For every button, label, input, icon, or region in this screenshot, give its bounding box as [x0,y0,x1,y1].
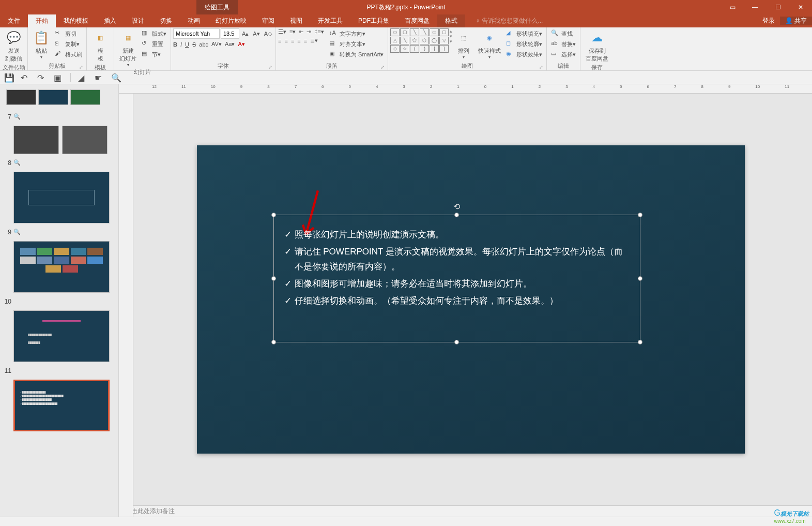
minimize-icon[interactable]: — [744,0,767,14]
distributed-button[interactable]: ≡ [304,38,307,44]
slide-thumbnails-panel[interactable]: 7 🔍 8 🔍 9 🔍 [0,84,119,517]
align-left-button[interactable]: ≡ [278,38,281,44]
justify-button[interactable]: ≡ [297,38,300,44]
thumbnail-slide-11[interactable]: ✓ ████████████████✓ ████████████████████… [0,378,118,433]
resize-handle[interactable] [271,213,276,217]
shape-fill-button[interactable]: ◢形状填充 ▾ [504,28,544,39]
bullet-item[interactable]: 请记住 POWERPOINT 是演示文稿的视觉效果。每张幻灯片上的文字仅作为论点… [284,245,630,275]
tab-insert[interactable]: 插入 [96,14,124,27]
select-button[interactable]: ▭选择 ▾ [549,49,578,59]
tell-me-box[interactable]: ♀ 告诉我您想要做什么... [476,17,757,25]
template-button[interactable]: ◧ 模 板 [89,28,112,64]
resize-handle[interactable] [454,213,459,217]
bullet-item[interactable]: 照每张幻灯片上的说明创建演示文稿。 [284,228,630,243]
tab-slideshow[interactable]: 幻灯片放映 [208,14,254,27]
touch-mode-button[interactable]: ☛ [95,73,104,82]
tab-mytemplate[interactable]: 我的模板 [56,14,96,27]
ribbon-options-icon[interactable]: ▭ [721,0,744,14]
launcher-icon[interactable]: ⤢ [79,65,83,70]
thumbnail-slide-8[interactable] [0,170,118,226]
login-button[interactable]: 登录 [757,17,780,25]
bullet-list[interactable]: 照每张幻灯片上的说明创建演示文稿。 请记住 POWERPOINT 是演示文稿的视… [284,228,630,308]
case-button[interactable]: Aa▾ [225,41,235,48]
tab-baidu[interactable]: 百度网盘 [397,14,437,27]
notes-pane[interactable]: 单击此处添加备注 [119,505,812,517]
maximize-icon[interactable]: ☐ [767,0,789,14]
bullet-item[interactable]: 仔细选择切换和动画。（希望受众如何专注于内容，而不是效果。） [284,294,630,309]
tab-home[interactable]: 开始 [28,14,56,27]
tab-view[interactable]: 视图 [282,14,310,27]
shapes-gallery[interactable]: ▭▢╲╲▭▢ △╲⬠⬡◯▽ ◇☆(){} [390,28,449,53]
slide-canvas[interactable]: ⟲ 照每张幻灯片上的说明创建演示文稿。 请记住 POWERPOINT 是演示文稿… [197,145,745,454]
shape-outline-button[interactable]: ◻形状轮廓 ▾ [504,39,544,49]
align-text-button[interactable]: ▤对齐文本 ▾ [327,39,386,49]
shape-effects-button[interactable]: ◉形状效果 ▾ [504,49,544,59]
bullet-item[interactable]: 图像和图形可增加趣味；请务必在适当时将其添加到幻灯片。 [284,277,630,292]
outdent-button[interactable]: ⇤ [299,28,303,35]
close-icon[interactable]: ✕ [789,0,812,14]
align-center-button[interactable]: ≡ [284,38,287,44]
launcher-icon[interactable]: ⤢ [539,65,543,70]
tab-transition[interactable]: 切换 [152,14,180,27]
launcher-icon[interactable]: ⤢ [380,65,385,70]
smartart-button[interactable]: ▣转换为 SmartArt ▾ [327,49,386,59]
zoom-icon[interactable]: 🔍 [13,229,21,235]
columns-button[interactable]: ≣▾ [310,37,318,44]
replace-button[interactable]: ab替换 ▾ [549,39,578,49]
bullets-button[interactable]: ☰▾ [278,28,286,35]
ink-button[interactable]: ◢ [78,73,87,82]
tab-pdf[interactable]: PDF工具集 [350,14,397,27]
section-button[interactable]: ▤节 ▾ [140,49,168,59]
tab-file[interactable]: 文件 [0,14,28,27]
underline-button[interactable]: U [185,41,189,48]
save-to-baidu-button[interactable]: ☁ 保存到 百度网盘 [583,28,611,64]
tab-design[interactable]: 设计 [124,14,152,27]
strikethrough-button[interactable]: S [192,41,196,48]
indent-button[interactable]: ⇥ [307,28,311,35]
shadow-button[interactable]: abc [199,41,208,48]
thumbnail-slide-9[interactable] [0,239,118,295]
spacing-button[interactable]: AV▾ [211,41,222,48]
tab-dev[interactable]: 开发工具 [310,14,350,27]
clear-format-button[interactable]: A◇ [263,31,273,37]
send-to-wechat-button[interactable]: 💬 发送 到微信 [2,28,25,64]
thumbnail-slide-7[interactable] [0,124,118,156]
tab-review[interactable]: 审阅 [254,14,282,27]
font-color-button[interactable]: A▾ [238,41,244,48]
quick-styles-button[interactable]: ◉ 快速样式▾ [475,28,504,61]
align-right-button[interactable]: ≡ [291,38,294,44]
rotate-handle-icon[interactable]: ⟲ [453,202,460,212]
cut-button[interactable]: ✂剪切 [53,28,84,39]
find-button[interactable]: 🔍查找 [549,28,575,39]
undo-button[interactable]: ↶ ▾ [21,73,30,82]
launcher-icon[interactable]: ⤢ [268,65,272,70]
thumbnail-slide-10[interactable]: ████████████████ ████████ [0,308,118,364]
resize-handle[interactable] [454,340,459,344]
increase-font-button[interactable]: A▴ [240,31,250,37]
resize-handle[interactable] [638,276,642,281]
resize-handle[interactable] [271,340,276,344]
numbering-button[interactable]: ≡▾ [289,28,296,35]
redo-button[interactable]: ↷ [37,73,47,82]
layout-button[interactable]: ▥版式 ▾ [140,28,168,39]
new-slide-button[interactable]: ▦ 新建 幻灯片 ▾ [116,28,140,68]
share-button[interactable]: 👤 共享 [780,17,812,25]
font-name-input[interactable] [173,28,220,39]
zoom-icon[interactable]: 🔍 [13,113,21,120]
text-direction-button[interactable]: ↕A文字方向 ▾ [327,28,386,39]
decrease-font-button[interactable]: A▾ [251,31,261,37]
start-slideshow-button[interactable]: ▣ [54,73,63,82]
horizontal-ruler[interactable]: 1211109876543210123456789101112 [119,84,812,94]
arrange-button[interactable]: ⬚ 排列▾ [452,28,475,61]
linespacing-button[interactable]: ‡≡▾ [314,28,324,35]
save-button[interactable]: 💾 [4,73,13,82]
paste-button[interactable]: 📋 粘贴 ▾ [30,28,53,61]
bold-button[interactable]: B [173,41,177,48]
italic-button[interactable]: I [180,41,182,48]
vertical-ruler[interactable] [119,94,133,517]
reset-button[interactable]: ↺重置 [140,39,168,49]
content-textbox[interactable]: ⟲ 照每张幻灯片上的说明创建演示文稿。 请记住 POWERPOINT 是演示文稿… [273,215,640,342]
tab-animation[interactable]: 动画 [180,14,208,27]
tab-format[interactable]: 格式 [437,14,465,27]
resize-handle[interactable] [638,213,642,217]
